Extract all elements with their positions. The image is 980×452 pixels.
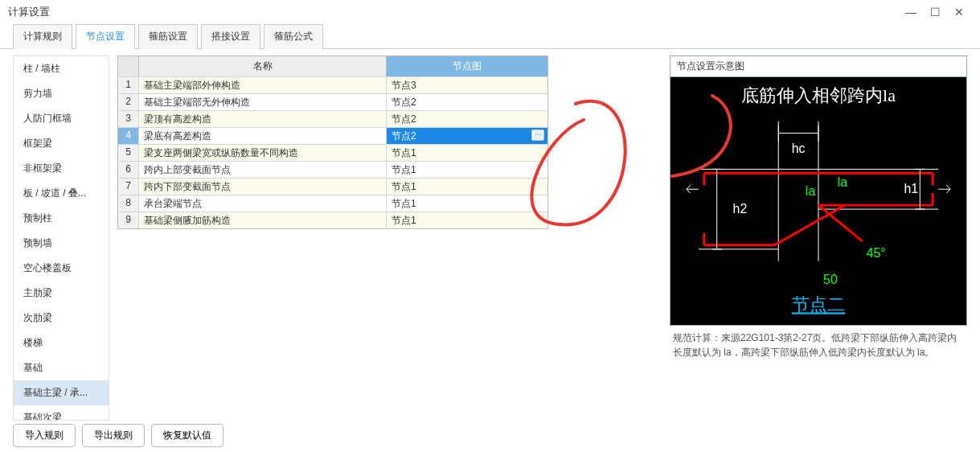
sidebar-item-stair[interactable]: 楼梯 [14,331,109,355]
row-node[interactable]: 节点1 [387,179,547,195]
row-index: 6 [118,162,139,178]
diagram-description: 规范计算：来源22G101-3第2-27页。低跨梁下部纵筋伸入高跨梁内长度默认为… [670,326,967,364]
sidebar: 柱 / 墙柱 剪力墙 人防门框墙 框架梁 非框架梁 板 / 坡道 / 叠... … [13,55,109,421]
row-index: 4 [118,128,139,144]
node-table: 名称 节点图 1 基础主梁端部外伸构造 节点3 2 基础主梁端部无外伸构造 节点… [117,55,548,229]
tab-node-settings[interactable]: 节点设置 [76,24,135,49]
svg-text:50: 50 [823,273,838,286]
row-index: 5 [118,145,139,161]
sidebar-item-non-frame-beam[interactable]: 非框架梁 [14,156,109,181]
sidebar-item-foundation-secondary-beam[interactable]: 基础次梁 [14,405,109,421]
sidebar-item-main-rib[interactable]: 主肋梁 [14,281,109,306]
row-name: 梁支座两侧梁宽或纵筋数量不同构造 [139,145,387,161]
tab-stirrup-formula[interactable]: 箍筋公式 [264,24,323,49]
minimize-icon[interactable]: ― [904,0,917,24]
row-name: 梁顶有高差构造 [139,111,387,127]
row-index: 7 [118,179,139,195]
table-header: 名称 节点图 [118,56,547,76]
table-row-selected[interactable]: 4 梁底有高差构造 节点2⋯ [118,127,547,144]
tab-lap-settings[interactable]: 搭接设置 [201,24,260,49]
svg-text:hc: hc [792,142,806,155]
row-index: 1 [118,77,139,93]
row-node[interactable]: 节点1 [387,162,547,178]
svg-text:节点二: 节点二 [792,295,845,314]
bottom-buttons: 导入规则 导出规则 恢复默认值 [13,424,223,447]
sidebar-item-civil-defense[interactable]: 人防门框墙 [14,106,109,131]
diagram-box: 节点设置示意图 底筋伸入相邻跨内la hc [670,55,967,326]
table-row[interactable]: 1 基础主梁端部外伸构造 节点3 [118,76,547,93]
sidebar-item-foundation[interactable]: 基础 [14,355,109,380]
row-node[interactable]: 节点2 [387,111,547,127]
sidebar-item-secondary-rib[interactable]: 次肋梁 [14,306,109,331]
svg-text:la: la [838,175,848,189]
import-rules-button[interactable]: 导入规则 [13,424,76,447]
table-row[interactable]: 6 跨内上部变截面节点 节点1 [118,161,547,178]
row-node[interactable]: 节点1 [387,195,547,212]
tab-calc-rules[interactable]: 计算规则 [13,24,72,49]
table-row[interactable]: 5 梁支座两侧梁宽或纵筋数量不同构造 节点1 [118,144,547,161]
row-node[interactable]: 节点1 [387,212,547,228]
sidebar-item-column[interactable]: 柱 / 墙柱 [14,56,109,81]
col-header-node[interactable]: 节点图 [387,56,547,76]
titlebar: 计算设置 ― ☐ ✕ [0,0,980,24]
row-node[interactable]: 节点2⋯ [387,128,547,144]
maximize-icon[interactable]: ☐ [929,0,941,24]
center-panel: 名称 节点图 1 基础主梁端部外伸构造 节点3 2 基础主梁端部无外伸构造 节点… [117,55,662,421]
row-index: 8 [118,195,139,212]
svg-text:45°: 45° [867,246,886,260]
row-name: 梁底有高差构造 [139,128,387,144]
table-row[interactable]: 8 承台梁端节点 节点1 [118,195,547,212]
sidebar-item-precast-column[interactable]: 预制柱 [14,206,109,231]
table-row[interactable]: 7 跨内下部变截面节点 节点1 [118,178,547,195]
svg-text:la: la [806,184,816,198]
row-name: 承台梁端节点 [139,195,387,212]
sidebar-item-shearwall[interactable]: 剪力墙 [14,81,109,106]
close-icon[interactable]: ✕ [953,0,966,24]
window-controls: ― ☐ ✕ [904,0,972,24]
table-row[interactable]: 2 基础主梁端部无外伸构造 节点2 [118,93,547,110]
node-diagram: 底筋伸入相邻跨内la hc [670,77,966,325]
row-node[interactable]: 节点2 [387,94,547,110]
diagram-title: 节点设置示意图 [670,56,966,77]
node-edit-button[interactable]: ⋯ [531,129,544,141]
table-row[interactable]: 3 梁顶有高差构造 节点2 [118,110,547,127]
row-index: 2 [118,94,139,110]
row-index: 9 [118,212,139,228]
row-name: 跨内上部变截面节点 [139,162,387,178]
sidebar-item-frame-beam[interactable]: 框架梁 [14,131,109,156]
table-row[interactable]: 9 基础梁侧腋加筋构造 节点1 [118,212,547,228]
row-node-text: 节点2 [392,130,416,142]
tab-stirrup-settings[interactable]: 箍筋设置 [138,24,198,49]
row-index: 3 [118,111,139,127]
col-header-index [118,56,139,76]
svg-text:h2: h2 [733,202,748,216]
right-panel: 节点设置示意图 底筋伸入相邻跨内la hc [670,55,967,421]
sidebar-item-foundation-main-beam[interactable]: 基础主梁 / 承... [14,380,109,405]
sidebar-item-precast-wall[interactable]: 预制墙 [14,231,109,256]
row-name: 基础主梁端部无外伸构造 [139,94,387,110]
sidebar-item-hollow-slab[interactable]: 空心楼盖板 [14,256,109,281]
sidebar-item-slab[interactable]: 板 / 坡道 / 叠... [14,181,109,206]
col-header-name: 名称 [139,56,387,76]
svg-text:h1: h1 [904,182,918,195]
row-name: 基础主梁端部外伸构造 [139,77,387,93]
svg-text:底筋伸入相邻跨内la: 底筋伸入相邻跨内la [741,86,896,105]
row-name: 基础梁侧腋加筋构造 [139,212,387,228]
export-rules-button[interactable]: 导出规则 [82,424,145,447]
row-node[interactable]: 节点3 [387,77,547,93]
row-node[interactable]: 节点1 [387,145,547,161]
reset-defaults-button[interactable]: 恢复默认值 [151,424,223,447]
row-name: 跨内下部变截面节点 [139,179,387,195]
main-tabs: 计算规则 节点设置 箍筋设置 搭接设置 箍筋公式 [0,24,980,49]
window-title: 计算设置 [8,0,50,24]
